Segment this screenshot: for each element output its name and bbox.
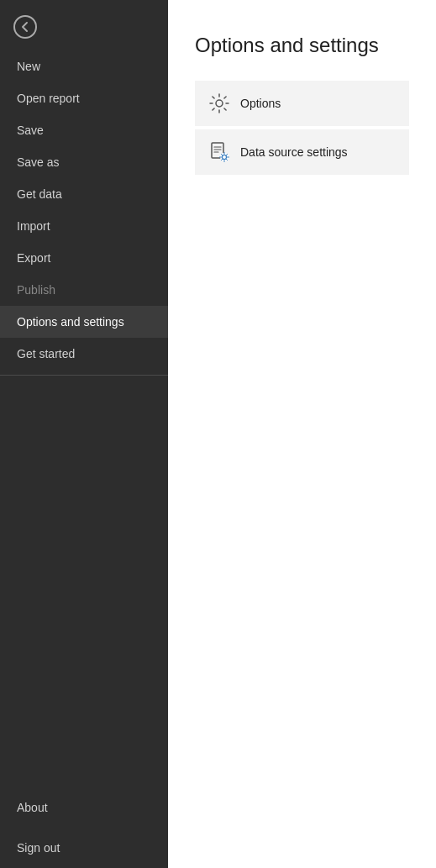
back-button[interactable] xyxy=(0,0,168,50)
sidebar-item-publish[interactable]: Publish xyxy=(0,274,168,306)
sidebar-item-import[interactable]: Import xyxy=(0,210,168,242)
sidebar-item-sign-out[interactable]: Sign out xyxy=(0,828,168,868)
svg-point-0 xyxy=(216,100,223,107)
sidebar-item-options-and-settings[interactable]: Options and settings xyxy=(0,306,168,338)
sidebar-item-get-data[interactable]: Get data xyxy=(0,178,168,210)
sidebar-item-about[interactable]: About xyxy=(0,787,168,828)
back-arrow-icon xyxy=(19,21,31,33)
sidebar: New Open report Save Save as Get data Im… xyxy=(0,0,168,868)
options-label: Options xyxy=(240,97,281,110)
data-source-settings-menu-item[interactable]: Data source settings xyxy=(195,129,409,175)
sidebar-item-get-started[interactable]: Get started xyxy=(0,338,168,370)
gear-icon xyxy=(208,92,230,114)
sidebar-item-new[interactable]: New xyxy=(0,50,168,82)
sidebar-item-open-report[interactable]: Open report xyxy=(0,82,168,114)
sidebar-item-export[interactable]: Export xyxy=(0,242,168,274)
sidebar-item-save[interactable]: Save xyxy=(0,114,168,146)
datasource-settings-icon xyxy=(208,141,230,163)
options-menu-item[interactable]: Options xyxy=(195,81,409,126)
sidebar-divider xyxy=(0,375,168,376)
data-source-settings-label: Data source settings xyxy=(240,145,348,159)
main-content: Options and settings Options Data source… xyxy=(168,0,436,868)
sidebar-nav: New Open report Save Save as Get data Im… xyxy=(0,50,168,787)
back-circle-icon[interactable] xyxy=(13,15,37,39)
sidebar-bottom: About Sign out xyxy=(0,787,168,868)
page-title: Options and settings xyxy=(195,34,409,57)
sidebar-item-save-as[interactable]: Save as xyxy=(0,146,168,178)
